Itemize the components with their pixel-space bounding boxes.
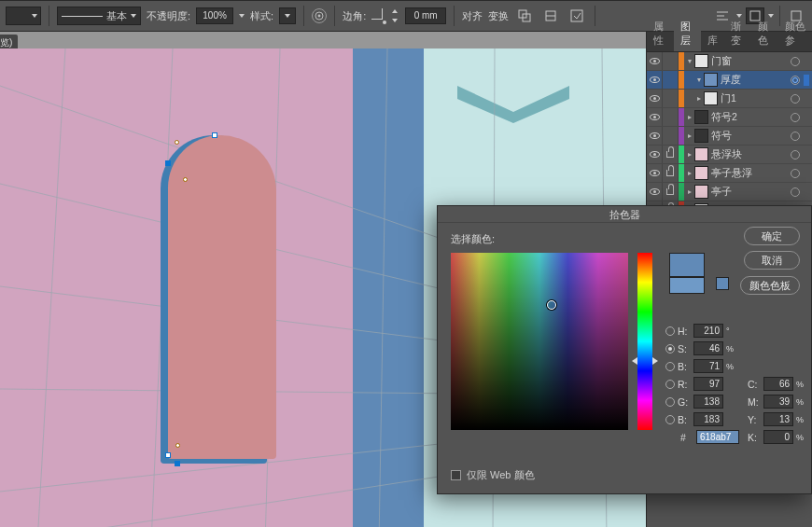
visibility-toggle[interactable]: [647, 146, 663, 163]
visibility-toggle[interactable]: [647, 90, 663, 107]
lock-toggle[interactable]: [663, 146, 679, 163]
anchor-point[interactable]: [175, 461, 180, 466]
corner-radius-field[interactable]: 0 mm: [405, 7, 446, 24]
radio-h[interactable]: [665, 326, 675, 336]
target-icon[interactable]: [791, 169, 800, 178]
corner-stepper[interactable]: [392, 9, 399, 22]
lock-toggle[interactable]: [663, 108, 679, 126]
field-hex[interactable]: 618ab7: [696, 430, 739, 444]
corner-widget[interactable]: [175, 443, 180, 448]
visibility-toggle[interactable]: [647, 108, 663, 126]
layer-name[interactable]: 厚度: [721, 74, 787, 87]
disclosure-toggle[interactable]: ▸: [684, 132, 694, 140]
visibility-toggle[interactable]: [647, 183, 663, 201]
lock-toggle[interactable]: [663, 164, 679, 182]
corner-widget[interactable]: [183, 177, 188, 182]
layer-name[interactable]: 门1: [721, 92, 787, 105]
lock-toggle[interactable]: [663, 90, 679, 107]
disclosure-toggle[interactable]: ▸: [684, 169, 694, 177]
target-icon[interactable]: [791, 132, 800, 141]
color-field-cursor[interactable]: [547, 300, 556, 310]
radio-b[interactable]: [665, 362, 675, 371]
visibility-toggle[interactable]: [647, 127, 663, 145]
lock-toggle[interactable]: [663, 127, 679, 145]
target-icon[interactable]: [791, 150, 800, 159]
opacity-dropdown-icon[interactable]: [239, 14, 245, 18]
tab-layers[interactable]: 图层: [674, 17, 701, 51]
recolor-icon[interactable]: [312, 8, 327, 23]
anchor-point[interactable]: [212, 132, 217, 138]
layer-name[interactable]: 亭子: [711, 186, 787, 199]
field-c[interactable]: 66: [763, 377, 793, 391]
ok-button[interactable]: 确定: [744, 227, 800, 245]
layer-name[interactable]: 符号: [711, 130, 787, 143]
tab-color[interactable]: 颜色: [751, 17, 778, 51]
field-bb[interactable]: 183: [693, 412, 723, 426]
layer-name[interactable]: 悬浮块: [711, 148, 787, 161]
layer-row[interactable]: ▸悬浮块: [647, 146, 812, 164]
tab-libraries[interactable]: 库: [701, 31, 724, 51]
field-b[interactable]: 71: [693, 359, 723, 373]
radio-bb[interactable]: [665, 415, 675, 424]
disclosure-toggle[interactable]: ▸: [684, 187, 694, 196]
target-icon[interactable]: [791, 187, 800, 197]
layer-name[interactable]: 符号2: [711, 111, 787, 124]
swatches-button[interactable]: 颜色色板: [740, 276, 800, 295]
hue-slider-thumb-right[interactable]: [652, 357, 658, 365]
field-m[interactable]: 39: [763, 395, 793, 409]
disclosure-toggle[interactable]: ▾: [693, 76, 704, 84]
disclosure-toggle[interactable]: ▸: [693, 94, 704, 103]
field-k[interactable]: 0: [763, 430, 793, 444]
disclosure-toggle[interactable]: ▾: [684, 57, 694, 65]
disclosure-toggle[interactable]: ▸: [684, 150, 694, 159]
field-r[interactable]: 97: [693, 377, 723, 391]
color-field[interactable]: [451, 253, 628, 430]
opacity-field[interactable]: 100%: [196, 7, 233, 24]
target-icon[interactable]: [791, 76, 800, 85]
tab-color-guide[interactable]: 颜色参: [778, 17, 812, 51]
anchor-point[interactable]: [165, 452, 171, 458]
lock-toggle[interactable]: [663, 71, 679, 89]
cancel-button[interactable]: 取消: [744, 251, 800, 270]
fill-dropdown[interactable]: [6, 7, 41, 25]
target-icon[interactable]: [791, 94, 800, 104]
target-icon[interactable]: [791, 57, 800, 66]
anchor-point[interactable]: [165, 160, 171, 166]
isolate-button[interactable]: [567, 6, 587, 26]
layer-row[interactable]: ▾门窗: [647, 52, 812, 71]
disclosure-toggle[interactable]: ▸: [684, 113, 694, 121]
web-colors-only[interactable]: 仅限 Web 颜色: [451, 468, 535, 482]
shape-mode-2-button[interactable]: [540, 6, 561, 26]
door-group[interactable]: [161, 135, 276, 466]
field-y[interactable]: 13: [763, 412, 793, 426]
field-h[interactable]: 210: [693, 324, 723, 338]
color-preview-previous[interactable]: [669, 277, 705, 294]
tab-gradient[interactable]: 渐变: [724, 17, 751, 51]
tab-properties[interactable]: 属性: [647, 17, 674, 51]
stroke-style-dropdown[interactable]: 基本: [57, 7, 141, 25]
radio-s[interactable]: [665, 344, 675, 354]
web-colors-checkbox[interactable]: [451, 470, 461, 480]
radio-g[interactable]: [665, 397, 675, 407]
target-icon[interactable]: [791, 113, 800, 122]
layer-name[interactable]: 门窗: [711, 55, 787, 68]
visibility-toggle[interactable]: [647, 52, 663, 70]
layer-row[interactable]: ▸符号2: [647, 108, 812, 127]
shape-mode-1-button[interactable]: [514, 6, 535, 26]
visibility-toggle[interactable]: [647, 164, 663, 182]
layer-row[interactable]: ▸亭子: [647, 183, 812, 201]
lock-toggle[interactable]: [663, 52, 679, 70]
corner-widget[interactable]: [175, 140, 179, 145]
field-s[interactable]: 46: [693, 341, 723, 355]
visibility-toggle[interactable]: [647, 71, 663, 89]
layer-row[interactable]: ▸亭子悬浮: [647, 164, 812, 183]
hue-slider-thumb-left[interactable]: [632, 357, 637, 365]
hue-slider[interactable]: [637, 253, 652, 430]
layer-row[interactable]: ▾厚度: [647, 71, 812, 90]
layer-name[interactable]: 亭子悬浮: [711, 167, 787, 180]
lock-toggle[interactable]: [663, 183, 679, 201]
layer-row[interactable]: ▸门1: [647, 90, 812, 108]
field-g[interactable]: 138: [693, 395, 723, 409]
layer-row[interactable]: ▸符号: [647, 127, 812, 146]
graphic-style-dropdown[interactable]: [279, 7, 296, 24]
